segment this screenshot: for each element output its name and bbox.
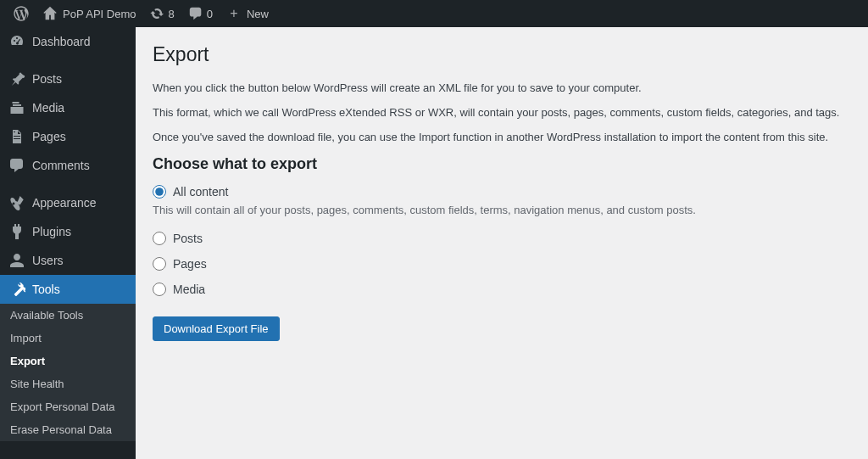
export-radio-all[interactable] (153, 185, 166, 199)
page-title: Export (153, 36, 851, 70)
sidebar-item-tools[interactable]: Tools (0, 275, 136, 304)
wordpress-icon (14, 6, 29, 21)
comments-icon (8, 157, 25, 174)
sidebar-item-label: Appearance (32, 196, 97, 210)
submenu-site-health[interactable]: Site Health (0, 372, 136, 395)
users-icon (8, 252, 25, 269)
export-option-label: Media (173, 283, 205, 296)
dashboard-icon (8, 33, 25, 50)
sidebar-item-media[interactable]: Media (0, 93, 136, 122)
export-option-label: All content (173, 185, 228, 199)
comments-link[interactable]: 0 (181, 0, 220, 27)
site-name: PoP API Demo (63, 8, 136, 20)
submenu-import[interactable]: Import (0, 327, 136, 350)
export-option-all-help: This will contain all of your posts, pag… (153, 204, 851, 216)
media-icon (8, 99, 25, 116)
sidebar-item-users[interactable]: Users (0, 246, 136, 275)
tools-icon (8, 281, 25, 298)
appearance-icon (8, 194, 25, 211)
sidebar-item-label: Pages (32, 130, 66, 143)
wp-logo[interactable] (7, 0, 36, 27)
export-option-all[interactable]: All content (153, 185, 851, 199)
sidebar-item-label: Users (32, 254, 64, 267)
submenu-erase-personal-data[interactable]: Erase Personal Data (0, 418, 136, 441)
export-option-label: Pages (173, 257, 207, 271)
export-radio-media[interactable] (153, 283, 166, 296)
updates-count: 8 (168, 8, 174, 20)
download-export-button[interactable]: Download Export File (153, 316, 280, 341)
export-option-media[interactable]: Media (153, 283, 851, 296)
new-content-link[interactable]: + New (220, 0, 275, 27)
main-content: Export When you click the button below W… (136, 27, 868, 459)
admin-bar: PoP API Demo 8 0 + New (0, 0, 868, 27)
sidebar-item-label: Comments (32, 159, 90, 172)
sidebar-item-label: Tools (32, 283, 60, 296)
site-name-link[interactable]: PoP API Demo (36, 0, 142, 27)
sidebar-item-label: Dashboard (32, 35, 91, 48)
sidebar-item-appearance[interactable]: Appearance (0, 188, 136, 217)
sidebar-item-label: Plugins (32, 225, 71, 238)
submenu-export[interactable]: Export (0, 350, 136, 372)
export-option-posts[interactable]: Posts (153, 232, 851, 245)
plus-icon: + (226, 6, 242, 21)
export-radio-posts[interactable] (153, 232, 166, 245)
sidebar-item-label: Posts (32, 72, 62, 86)
comment-icon (188, 6, 203, 21)
comments-count: 0 (207, 8, 213, 20)
pin-icon (8, 70, 25, 87)
sidebar-item-posts[interactable]: Posts (0, 64, 136, 93)
export-option-pages[interactable]: Pages (153, 257, 851, 271)
home-icon (42, 6, 58, 21)
submenu-export-personal-data[interactable]: Export Personal Data (0, 395, 136, 418)
new-label: New (247, 8, 269, 20)
pages-icon (8, 128, 25, 145)
export-radio-pages[interactable] (153, 257, 166, 271)
section-heading: Choose what to export (153, 155, 851, 173)
sidebar-item-comments[interactable]: Comments (0, 151, 136, 180)
sidebar-item-label: Media (32, 101, 64, 115)
admin-sidebar: Dashboard Posts Media Pages Comments App… (0, 27, 136, 459)
sidebar-item-dashboard[interactable]: Dashboard (0, 27, 136, 56)
export-description-3: Once you've saved the download file, you… (153, 131, 851, 143)
export-description-2: This format, which we call WordPress eXt… (153, 106, 851, 119)
export-description-1: When you click the button below WordPres… (153, 81, 851, 94)
export-option-label: Posts (173, 232, 203, 245)
plugins-icon (8, 223, 25, 240)
update-icon (149, 6, 164, 21)
submenu-available-tools[interactable]: Available Tools (0, 304, 136, 327)
updates-link[interactable]: 8 (142, 0, 181, 27)
sidebar-item-pages[interactable]: Pages (0, 122, 136, 151)
sidebar-item-plugins[interactable]: Plugins (0, 217, 136, 246)
tools-submenu: Available Tools Import Export Site Healt… (0, 304, 136, 441)
